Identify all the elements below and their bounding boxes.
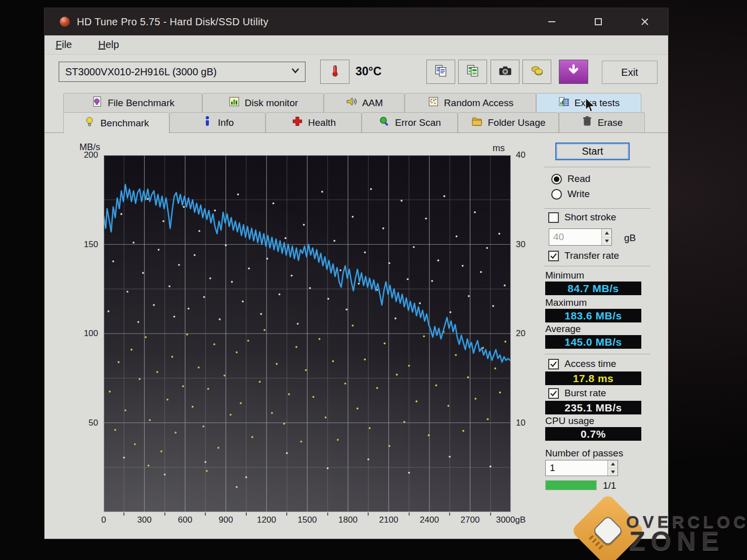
minimize-button[interactable]	[529, 8, 575, 35]
tab-aam[interactable]: AAM	[324, 93, 405, 112]
tab-health[interactable]: Health	[266, 112, 362, 132]
access-time-value: 17.8 ms	[545, 371, 641, 385]
x-tick: 900	[208, 515, 244, 525]
tab-label: Error Scan	[395, 117, 441, 128]
burst-rate-value: 235.1 MB/s	[545, 401, 641, 414]
x-minor-tick	[205, 512, 206, 516]
tab-info[interactable]: Info	[169, 112, 266, 132]
watermark-line2: ZONE	[629, 526, 724, 556]
camera-icon	[498, 63, 513, 80]
close-button[interactable]	[622, 8, 668, 35]
drive-select[interactable]: ST3000VX010-2H916L (3000 gB)	[59, 62, 305, 82]
maximize-button[interactable]	[575, 8, 622, 35]
submit-results-icon	[530, 63, 545, 80]
progress-bar	[545, 480, 597, 490]
short-stroke-unit: gB	[624, 232, 636, 244]
x-minor-tick	[164, 512, 165, 516]
tab-disk-monitor[interactable]: Disk monitor	[202, 93, 324, 112]
y-right-tick: 10	[516, 418, 525, 428]
passes-spinner[interactable]: 1	[545, 460, 618, 476]
separator	[544, 208, 650, 209]
spin-up-button[interactable]	[608, 460, 618, 469]
random-access-icon	[427, 96, 440, 110]
tab-random-access[interactable]: Random Access	[405, 93, 536, 112]
y-right-tick: 20	[516, 329, 525, 339]
x-tick: 1200	[249, 515, 284, 525]
x-minor-tick	[327, 512, 328, 516]
y-right-tick: 40	[516, 150, 525, 160]
x-tick: 300	[127, 515, 162, 525]
exit-button[interactable]: Exit	[602, 61, 657, 84]
spin-up-button[interactable]	[602, 229, 611, 238]
progress-fill	[546, 481, 596, 490]
benchmark-icon	[83, 116, 96, 130]
temperature-button[interactable]	[320, 60, 349, 84]
temperature-value: 30°C	[356, 65, 381, 78]
file-benchmark-icon	[91, 96, 103, 110]
x-minor-tick	[409, 512, 410, 516]
spin-down-button[interactable]	[608, 469, 618, 476]
short-stroke-size-spinner[interactable]: 40	[549, 228, 612, 246]
menu-bar: File Help	[45, 35, 668, 55]
window-title: HD Tune Pro 5.75 - Hard Disk/SSD Utility	[77, 16, 269, 28]
benchmark-chart	[104, 155, 511, 512]
copy-info-icon	[433, 63, 449, 80]
read-radio[interactable]	[551, 174, 562, 184]
x-tick: 1800	[330, 515, 366, 525]
submit-results-button[interactable]	[522, 60, 551, 84]
access-time-checkbox[interactable]	[548, 359, 559, 369]
app-window: HD Tune Pro 5.75 - Hard Disk/SSD Utility…	[45, 8, 668, 539]
access-time-row: Access time	[548, 358, 616, 370]
passes-label: Number of passes	[545, 448, 623, 459]
spin-down-button[interactable]	[602, 238, 611, 246]
x-tick: 0	[86, 515, 121, 525]
x-tick: 1500	[290, 515, 325, 525]
x-tick: 3000gB	[493, 515, 529, 525]
x-tick: 2100	[371, 515, 407, 525]
transfer-rate-row: Transfer rate	[548, 250, 619, 262]
health-icon	[291, 115, 303, 130]
tab-strip: File BenchmarkDisk monitorAAMRandom Acce…	[45, 93, 668, 133]
menu-help[interactable]: Help	[98, 39, 119, 51]
average-value: 145.0 MB/s	[545, 335, 641, 349]
separator	[544, 266, 650, 266]
tab-benchmark[interactable]: Benchmark	[63, 112, 169, 133]
tab-label: Disk monitor	[245, 98, 298, 109]
separator	[544, 167, 650, 167]
x-tick: 600	[167, 515, 203, 525]
write-label: Write	[567, 189, 590, 200]
tab-error-scan[interactable]: Error Scan	[362, 112, 458, 132]
cpu-usage-label: CPU usage	[545, 415, 594, 427]
copy-screenshot-button[interactable]	[458, 60, 487, 84]
app-icon	[60, 17, 70, 27]
write-radio[interactable]	[551, 189, 562, 200]
title-bar: HD Tune Pro 5.75 - Hard Disk/SSD Utility	[45, 8, 668, 35]
short-stroke-checkbox[interactable]	[548, 212, 559, 223]
short-stroke-row: Short stroke	[548, 211, 616, 223]
x-tick: 2400	[412, 515, 447, 525]
tab-label: Random Access	[444, 98, 513, 109]
copy-info-button[interactable]	[426, 60, 455, 84]
toolbar: ST3000VX010-2H916L (3000 gB) 30°C	[45, 55, 668, 93]
disk-monitor-icon	[228, 96, 240, 110]
download-button[interactable]	[559, 60, 588, 84]
x-minor-tick	[123, 512, 124, 516]
transfer-rate-checkbox[interactable]	[548, 251, 559, 261]
save-screenshot-button[interactable]	[491, 60, 519, 84]
tab-label: Erase	[598, 117, 623, 128]
x-minor-tick	[449, 512, 450, 516]
y-right-tick: 30	[516, 240, 525, 250]
tab-folder-usage[interactable]: Folder Usage	[458, 112, 559, 132]
tab-file-benchmark[interactable]: File Benchmark	[63, 93, 202, 112]
start-button[interactable]: Start	[555, 143, 630, 160]
erase-icon	[581, 115, 593, 130]
x-tick: 2700	[453, 515, 488, 525]
read-radio-row: Read	[551, 173, 590, 185]
menu-file[interactable]: File	[56, 39, 72, 51]
chevron-down-icon	[291, 66, 300, 78]
x-minor-tick	[246, 512, 247, 516]
copy-screenshot-icon	[465, 63, 480, 80]
download-icon	[566, 64, 581, 80]
tab-erase[interactable]: Erase	[559, 112, 645, 132]
burst-rate-checkbox[interactable]	[548, 388, 559, 399]
